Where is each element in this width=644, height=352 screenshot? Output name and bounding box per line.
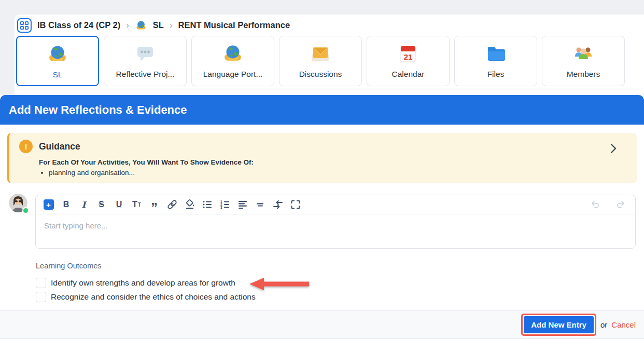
speech-bubble-icon [134,42,157,65]
envelope-icon [309,42,332,65]
breadcrumb-separator: › [170,20,173,31]
tab-discussions[interactable]: Discussions [279,36,362,86]
cancel-link[interactable]: Cancel [611,320,636,329]
editor-toolbar: + B I S U TT ” [36,195,635,214]
tab-label: Calendar [392,70,425,79]
add-new-entry-button[interactable]: Add New Entry [524,316,594,333]
outcome-label: Recognize and consider the ethics of cho… [51,292,256,302]
tab-language-portfolio[interactable]: Language Port... [191,36,274,86]
class-header-card: IB Class of 24 (CP 2) › SL › RENT Musica… [15,15,644,95]
chevron-right-icon[interactable] [610,143,617,154]
outcome-label: Identify own strengths and develop areas… [51,278,235,288]
user-avatar [9,194,27,212]
editor-text-input[interactable]: Start typing here... [36,214,635,248]
tab-label: SL [53,70,63,79]
align-left-button[interactable] [236,198,248,211]
strikethrough-button[interactable]: S [95,198,107,211]
text-style-button[interactable]: TT [131,198,143,211]
annotation-highlight-box: Add New Entry [521,314,596,336]
learning-outcome-option: Recognize and consider the ethics of cho… [36,292,256,302]
breadcrumb-activity: RENT Musical Performance [178,20,290,30]
svg-text:3: 3 [220,206,222,209]
tab-label: Members [567,70,600,79]
link-button[interactable] [166,198,178,211]
globe-hands-icon [135,19,147,32]
tab-label: Reflective Proj... [116,70,175,79]
breadcrumb-sl[interactable]: SL [153,20,164,30]
tab-reflective-project[interactable]: Reflective Proj... [104,36,187,86]
add-reflection-page: IB Class of 24 (CP 2) › SL › RENT Musica… [0,0,644,352]
plus-icon: + [44,199,54,210]
tab-label: Discussions [299,70,342,79]
bulleted-list-button[interactable] [201,198,213,211]
folder-icon [484,42,507,65]
annotation-arrow-icon [248,277,310,291]
guidance-bullet: planning and organisation... [49,169,606,177]
horizontal-rule-button[interactable] [254,198,266,211]
tab-label: Files [487,70,505,79]
guidance-title: Guidance [39,141,80,152]
bold-button[interactable]: B [60,198,72,211]
outcome-checkbox-strengths[interactable] [36,278,46,288]
numbered-list-button[interactable]: 1 2 3 [219,198,231,211]
blockquote-button[interactable]: ” [148,198,160,211]
insert-plus-button[interactable]: + [43,198,54,211]
tab-files[interactable]: Files [454,36,537,86]
guidance-bullet-list: planning and organisation... [40,169,606,177]
section-tabs: SL Reflective Proj... [15,36,644,86]
undo-button[interactable] [589,198,601,211]
outcome-checkbox-ethics[interactable] [36,292,46,302]
or-label: or [600,320,607,329]
calendar-icon: 21 [397,42,419,65]
learning-outcome-option: Identify own strengths and develop areas… [36,278,235,288]
tab-calendar[interactable]: 21 Calendar [367,36,450,86]
section-header: Add New Reflections & Evidence [0,95,644,125]
apps-grid-icon[interactable] [17,18,32,33]
redo-button[interactable] [614,198,626,211]
globe-hands-icon [46,43,69,65]
underline-button[interactable]: U [113,198,125,211]
breadcrumb: IB Class of 24 (CP 2) › SL › RENT Musica… [15,15,644,35]
tab-sl[interactable]: SL [16,36,99,86]
breadcrumb-class[interactable]: IB Class of 24 (CP 2) [37,20,120,30]
italic-button[interactable]: I [78,198,90,211]
reflection-editor: + B I S U TT ” [35,195,636,249]
form-actions: Add New Entry or Cancel [0,310,644,339]
tab-members[interactable]: Members [542,36,625,86]
online-status-dot [22,207,29,214]
calendar-day: 21 [404,52,413,61]
members-icon [572,42,595,65]
globe-hands-icon [221,42,244,65]
guidance-subtitle: For Each Of Your Activities, You Will Wa… [39,158,606,166]
editor-placeholder: Start typing here... [44,221,108,230]
learning-outcomes-label: Learning Outcomes [36,262,102,270]
breadcrumb-separator: › [126,20,129,31]
highlight-color-button[interactable] [184,198,195,211]
alert-icon: ! [19,140,33,153]
history-controls [589,198,628,211]
swap-arrows-button[interactable] [272,198,284,211]
page-title: Add New Reflections & Evidence [9,103,187,117]
fullscreen-button[interactable] [289,198,301,211]
tab-label: Language Port... [203,70,263,79]
guidance-panel: ! Guidance For Each Of Your Activities, … [7,133,637,183]
